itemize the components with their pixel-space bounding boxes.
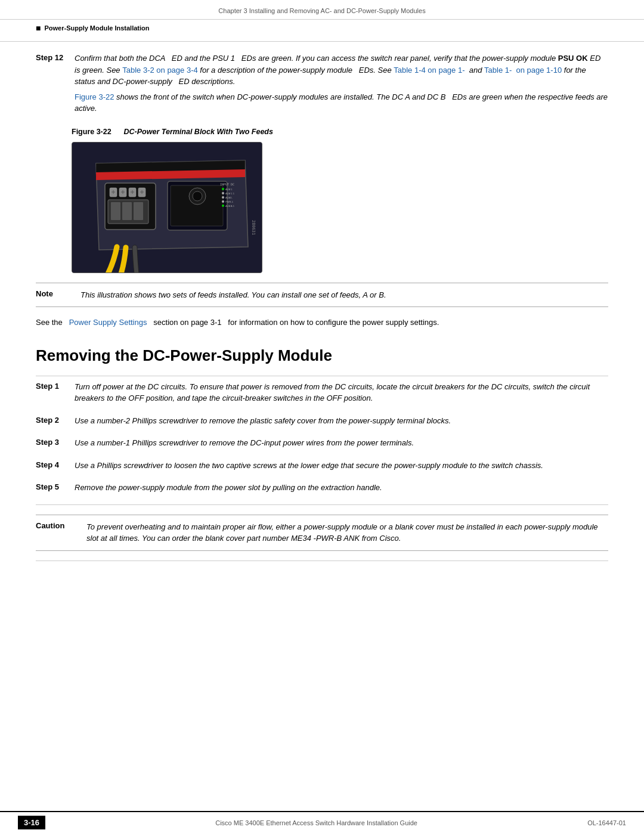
figure-svg: INPUT DC ALM 1 ALM 1 1 ALM2- PWR-1 ALM A… <box>72 143 262 273</box>
svg-text:INPUT DC: INPUT DC <box>220 182 234 186</box>
removal-step-1-label: Step 1 <box>36 381 75 391</box>
removal-step-4-body: Use a Phillips screwdriver to loosen the… <box>75 460 608 475</box>
power-supply-settings-text: Power Supply Settings <box>69 318 147 327</box>
see-text-1: See the <box>36 318 69 327</box>
figure-3-22-link[interactable]: Figure 3-22 <box>75 92 114 101</box>
svg-point-28 <box>222 192 224 194</box>
see-text-2: section on page 3-1 <box>147 318 228 327</box>
top-divider <box>0 41 644 42</box>
note-body: This illustration shows two sets of feed… <box>80 289 386 301</box>
svg-rect-20 <box>122 202 132 220</box>
removal-step-3-text: Use a number-1 Phillips screwdriver to r… <box>75 437 608 449</box>
power-supply-settings-link[interactable]: Power Supply Settings <box>69 318 147 327</box>
removal-step-2: Step 2 Use a number-2 Phillips screwdriv… <box>36 415 608 431</box>
table-3-2-link[interactable]: Table 3-2 on page 3-4 <box>122 66 197 75</box>
step-12-para2: Figure 3-22 shows the front of the switc… <box>75 91 608 114</box>
page-container: Chapter 3 Installing and Removing AC- an… <box>0 0 644 833</box>
removal-step-3-label: Step 3 <box>36 437 75 447</box>
footer-left: 3-16 <box>18 816 45 829</box>
page-number: 3-16 <box>18 816 45 829</box>
figure-number: Figure 3-22 <box>72 128 112 136</box>
footer-right: OL-16447-01 <box>587 819 626 826</box>
svg-text:ALM 1: ALM 1 <box>225 188 233 191</box>
see-line: See the Power Supply Settings section on… <box>36 317 608 329</box>
step-12-text-1c: for a description of the power-supply mo… <box>198 66 394 75</box>
removal-step-1: Step 1 Turn off power at the DC circuits… <box>36 381 608 408</box>
caution-box: Caution To prevent overheating and to ma… <box>36 515 608 551</box>
page-footer: 3-16 Cisco ME 3400E Ethernet Access Swit… <box>0 811 644 833</box>
step-12-text-1: Confirm that both the DCA ED and the PSU… <box>75 54 558 63</box>
section-heading: Removing the DC-Power-Supply Module <box>36 346 608 365</box>
step-12-and: and <box>467 66 484 75</box>
svg-text:PWR-1: PWR-1 <box>225 200 234 203</box>
step-12-block: Step 12 Confirm that both the DCA ED and… <box>36 52 608 118</box>
figure-container: Figure 3-22 DC-Power Terminal Block With… <box>72 128 608 273</box>
main-content: Step 12 Confirm that both the DCA ED and… <box>0 47 644 578</box>
breadcrumb-bullet: ■ <box>36 23 41 33</box>
caution-divider-bottom <box>36 561 608 561</box>
removal-step-4-text: Use a Phillips screwdriver to loosen the… <box>75 460 608 472</box>
svg-rect-19 <box>111 202 120 220</box>
svg-rect-21 <box>134 202 143 220</box>
note-label: Note <box>36 289 69 298</box>
breadcrumb-text: Power-Supply Module Installation <box>44 24 149 32</box>
header-center: Chapter 3 Installing and Removing AC- an… <box>218 7 425 14</box>
removal-step-5: Step 5 Remove the power-supply module fr… <box>36 482 608 497</box>
table-1-link[interactable]: Table 1- on page 1-10 <box>484 66 562 75</box>
figure-caption-title: DC-Power Terminal Block With Two Feeds <box>124 128 273 136</box>
table-1-4-link[interactable]: Table 1-4 on page 1- <box>394 66 467 75</box>
svg-point-26 <box>222 188 224 190</box>
removal-step-5-text: Remove the power-supply module from the … <box>75 482 608 494</box>
caution-label: Caution <box>36 521 75 530</box>
removal-step-5-label: Step 5 <box>36 482 75 491</box>
removal-step-2-text: Use a number-2 Phillips screwdriver to r… <box>75 415 608 427</box>
breadcrumb-bar: ■ Power-Supply Module Installation <box>0 20 644 36</box>
step-12-label: Step 12 <box>36 52 75 62</box>
svg-point-24 <box>193 191 202 201</box>
removal-step-1-text: Turn off power at the DC circuits. To en… <box>75 381 608 404</box>
removal-step-5-body: Remove the power-supply module from the … <box>75 482 608 497</box>
step-12-text-2: shows the front of the switch when DC-po… <box>75 92 608 113</box>
removal-step-3-body: Use a number-1 Phillips screwdriver to r… <box>75 437 608 453</box>
figure-image: INPUT DC ALM 1 ALM 1 1 ALM2- PWR-1 ALM A… <box>72 142 262 273</box>
note-box: Note This illustration shows two sets of… <box>36 283 608 308</box>
see-text-3: for information on how to configure the … <box>228 318 439 327</box>
removal-step-4-label: Step 4 <box>36 460 75 469</box>
caution-body: To prevent overheating and to maintain p… <box>86 521 608 544</box>
step-12-para1: Confirm that both the DCA ED and the PSU… <box>75 52 608 88</box>
svg-text:280631: 280631 <box>251 220 256 235</box>
removal-step-4: Step 4 Use a Phillips screwdriver to loo… <box>36 460 608 475</box>
removal-steps: Step 1 Turn off power at the DC circuits… <box>36 381 608 497</box>
svg-text:ALM 1 1: ALM 1 1 <box>225 192 235 195</box>
svg-point-34 <box>222 205 224 207</box>
svg-point-30 <box>222 196 224 199</box>
removal-step-2-label: Step 2 <box>36 415 75 425</box>
figure-caption: Figure 3-22 DC-Power Terminal Block With… <box>72 128 608 136</box>
removal-step-3: Step 3 Use a number-1 Phillips screwdriv… <box>36 437 608 453</box>
svg-text:ALM2-: ALM2- <box>225 196 233 199</box>
removal-step-2-body: Use a number-2 Phillips screwdriver to r… <box>75 415 608 431</box>
step-12-body: Confirm that both the DCA ED and the PSU… <box>75 52 608 118</box>
section-divider-bottom <box>36 504 608 505</box>
svg-text:ALM A 1: ALM A 1 <box>225 205 235 208</box>
figure-caption-text <box>113 128 122 136</box>
psu-ok-label: PSU OK <box>558 54 588 63</box>
page-header: Chapter 3 Installing and Removing AC- an… <box>0 0 644 20</box>
section-divider-top <box>36 376 608 376</box>
footer-center: Cisco ME 3400E Ethernet Access Switch Ha… <box>215 819 417 826</box>
removal-step-1-body: Turn off power at the DC circuits. To en… <box>75 381 608 408</box>
svg-point-32 <box>222 200 224 203</box>
